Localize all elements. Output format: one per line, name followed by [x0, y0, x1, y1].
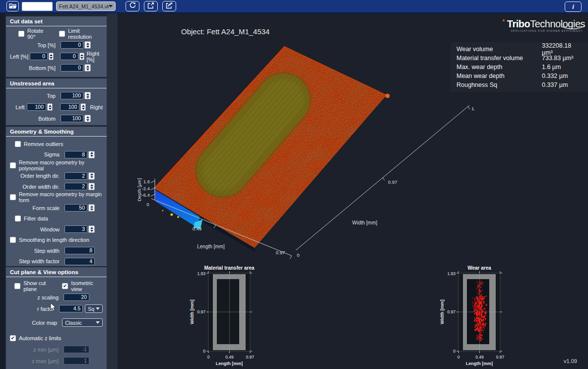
order-width-field[interactable]: 2 [65, 183, 87, 190]
order-width-label: Order width dir. [10, 184, 60, 190]
remove-macro-margin-label: Remove macro geometry by margin form [19, 191, 103, 203]
plot-title: Material transfer area [204, 265, 255, 271]
order-length-field[interactable]: 2 [65, 172, 87, 180]
isometric-view-checkbox[interactable]: ✔ [62, 283, 68, 289]
surface-3d-plot[interactable]: 1.6 -2.4 -6.4 Depth [µm] 0 0.49 0.97 Len… [128, 38, 475, 261]
filter-data-checkbox[interactable] [15, 216, 21, 221]
color-map-dropdown[interactable]: Classic [62, 318, 103, 327]
unstressed-top-field[interactable]: 100 [61, 92, 83, 99]
y-axis-title: Width [mm] [190, 299, 195, 324]
unstressed-right-label: Right [90, 104, 103, 110]
r-factor-unit-value: Sq [88, 306, 96, 312]
sidebar-scrollbar[interactable] [0, 13, 5, 369]
remove-outliers-checkbox[interactable] [15, 141, 21, 147]
auto-z-limits-checkbox[interactable]: ✔ [10, 335, 16, 341]
top-pct-label: Top [%] [10, 42, 56, 48]
form-scale-field[interactable]: 50 [65, 204, 87, 212]
remove-macro-polynomial-checkbox[interactable] [10, 162, 16, 168]
step-width-factor-field[interactable]: 4 [65, 258, 95, 265]
rotate-90-checkbox[interactable] [18, 31, 24, 37]
panel-cut-data-set: Cut data set Rotate 90° Limit resolution… [6, 16, 107, 77]
order-width-stepper[interactable] [88, 183, 95, 190]
export-copy-icon [166, 2, 173, 11]
export-button[interactable] [144, 1, 158, 11]
panel-title: Cut data set [6, 16, 107, 26]
surface-heightmap [128, 38, 475, 261]
color-map-value: Classic [65, 320, 96, 326]
z-scaling-label: z scaling [10, 295, 59, 300]
right-pct-field[interactable]: 0 [60, 53, 78, 60]
right-pct-stepper[interactable] [79, 53, 84, 60]
x-axis-title: Length [mm] [466, 361, 493, 366]
window-field[interactable]: 3 [65, 225, 87, 233]
remove-macro-polynomial-label: Remove macro geometry by polynomial [19, 159, 103, 171]
x-axis-title: Length [mm] [216, 361, 243, 366]
reload-button[interactable] [126, 1, 139, 11]
z-max-field[interactable]: 1 [64, 357, 89, 365]
corner-highlight [386, 94, 390, 98]
unstressed-left-label: Left [10, 104, 25, 110]
unstressed-right-field[interactable]: 100 [60, 103, 80, 111]
x-tick: 0.97 [496, 355, 505, 360]
sigma-field[interactable]: 8 [65, 151, 87, 158]
open-file-button[interactable] [6, 1, 19, 11]
x-tick: 0.49 [475, 355, 484, 360]
unstressed-left-field[interactable]: 100 [27, 103, 47, 111]
sidebar: Cut data set Rotate 90° Limit resolution… [0, 13, 107, 369]
sigma-label: Sigma [10, 151, 60, 157]
step-width-field[interactable]: 8 [65, 247, 95, 254]
unstressed-bottom-stepper[interactable] [84, 115, 91, 122]
info-icon: i [572, 3, 574, 10]
stat-value: 0.332 µm [542, 73, 582, 79]
mouse-cursor [50, 303, 57, 312]
tribo-logo: TriboTechnologies APPLICATIONS FOR HIGHE… [491, 19, 585, 32]
panel-unstressed-area: Unstressed area Top 100 Left 100 100 Rig… [6, 78, 107, 125]
info-button[interactable]: i [565, 1, 582, 12]
unstressed-left-stepper[interactable] [47, 103, 53, 111]
z-tick: -2.4 [142, 186, 150, 191]
sidebar-resize-strip[interactable] [107, 13, 118, 369]
r-factor-unit-dropdown[interactable]: Sq [85, 304, 103, 313]
unstressed-bottom-field[interactable]: 100 [61, 115, 83, 122]
order-length-stepper[interactable] [88, 172, 95, 180]
limit-resolution-checkbox[interactable] [59, 31, 65, 37]
y-tick: 0.97 [197, 309, 205, 314]
bottom-pct-field[interactable]: 0 [61, 64, 83, 72]
remove-macro-margin-checkbox[interactable] [10, 194, 16, 200]
z-max-label: z max [µm] [10, 358, 59, 364]
unstressed-top-stepper[interactable] [84, 92, 91, 99]
window-label: Window [10, 226, 60, 232]
order-length-label: Order length dir. [10, 173, 60, 179]
smoothing-length-checkbox[interactable] [10, 237, 16, 243]
bottom-pct-stepper[interactable] [84, 64, 91, 72]
panel-title: Cut plane & View options [6, 267, 107, 277]
unstressed-bottom-label: Bottom [10, 116, 56, 122]
window-stepper[interactable] [88, 225, 95, 233]
sigma-stepper[interactable] [88, 151, 95, 158]
left-pct-field[interactable]: 0 [30, 53, 48, 60]
panel-cut-plane-view: Cut plane & View options Show cut plane … [6, 267, 107, 369]
unstressed-right-stepper[interactable] [80, 103, 86, 111]
form-scale-label: Form scale [10, 205, 60, 211]
left-pct-stepper[interactable] [49, 53, 54, 60]
z-scaling-field[interactable]: 20 [64, 294, 89, 301]
file-path-input[interactable] [22, 2, 53, 11]
export-copy-button[interactable] [162, 1, 176, 11]
show-cut-plane-checkbox[interactable] [14, 283, 20, 289]
y-tick: 0 [203, 349, 205, 354]
x-tick: 0 [207, 355, 210, 360]
x-tick: 0.49 [225, 355, 234, 360]
top-pct-field[interactable]: 0 [61, 41, 83, 49]
dataset-dropdown[interactable]: Fett A24_M1_4534.vk4 [56, 1, 116, 11]
stat-value: 332208.18 µm³ [542, 42, 582, 56]
z-min-field[interactable]: -1 [64, 346, 89, 353]
export-icon [147, 2, 154, 11]
main-view: Object: Fett A24_M1_4534 TriboTechnologi… [118, 13, 588, 369]
z-tick: 1.6 [143, 179, 150, 184]
r-factor-label: r factor [10, 306, 54, 312]
r-factor-field[interactable]: 4.5 [59, 305, 83, 312]
y-tick: 0.97 [388, 179, 397, 185]
form-scale-stepper[interactable] [88, 204, 95, 212]
top-pct-stepper[interactable] [84, 41, 91, 49]
logo-bold-text: Tribo [507, 18, 530, 29]
